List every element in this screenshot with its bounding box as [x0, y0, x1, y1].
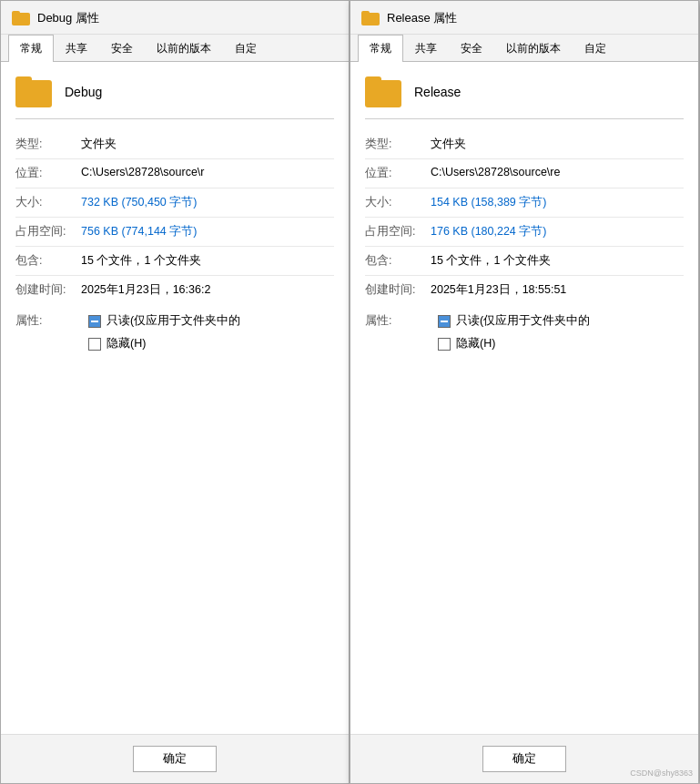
release-hidden-checkbox[interactable] — [438, 338, 451, 351]
release-disksize-label: 占用空间: — [365, 224, 431, 239]
release-size-row: 大小: 154 KB (158,389 字节) — [365, 188, 684, 218]
release-dialog: Release 属性 常规 共享 安全 以前的版本 自定 Release 类型:… — [350, 0, 699, 784]
release-dialog-title: Release 属性 — [387, 10, 457, 26]
debug-hidden-container[interactable]: 隐藏(H) — [88, 336, 146, 351]
debug-readonly-container[interactable]: 只读(仅应用于文件夹中的 — [88, 313, 240, 329]
release-body: Release 类型: 文件夹 位置: C:\Users\28728\sourc… — [350, 62, 698, 734]
release-readonly-container[interactable]: 只读(仅应用于文件夹中的 — [438, 313, 590, 329]
release-hidden-label: 隐藏(H) — [456, 336, 495, 351]
tab-previous-debug[interactable]: 以前的版本 — [145, 35, 223, 62]
release-size-value: 154 KB (158,389 字节) — [431, 195, 684, 210]
tab-security-debug[interactable]: 安全 — [99, 35, 145, 62]
release-type-row: 类型: 文件夹 — [365, 130, 684, 159]
release-created-value: 2025年1月23日，18:55:51 — [431, 282, 684, 298]
debug-type-row: 类型: 文件夹 — [15, 130, 334, 159]
tab-share-release[interactable]: 共享 — [403, 35, 449, 62]
debug-attr-label: 属性: — [15, 313, 81, 329]
release-contains-label: 包含: — [365, 253, 431, 269]
debug-created-label: 创建时间: — [15, 282, 81, 298]
release-contains-value: 15 个文件，1 个文件夹 — [431, 253, 684, 269]
debug-location-value: C:\Users\28728\source\r — [81, 166, 334, 178]
debug-size-value: 732 KB (750,450 字节) — [81, 195, 334, 210]
debug-location-label: 位置: — [15, 166, 81, 181]
release-footer: 确定 — [350, 734, 698, 783]
release-type-label: 类型: — [365, 137, 431, 152]
title-folder-icon — [12, 11, 30, 25]
release-disksize-row: 占用空间: 176 KB (180,224 字节) — [365, 218, 684, 247]
big-folder-icon-release — [365, 76, 401, 107]
debug-readonly-label: 只读(仅应用于文件夹中的 — [107, 313, 240, 329]
debug-hidden-checkbox[interactable] — [88, 338, 101, 351]
release-titlebar: Release 属性 — [350, 1, 698, 35]
release-created-row: 创建时间: 2025年1月23日，18:55:51 — [365, 276, 684, 304]
release-folder-header: Release — [365, 76, 684, 119]
debug-disksize-row: 占用空间: 756 KB (774,144 字节) — [15, 218, 334, 247]
debug-contains-row: 包含: 15 个文件，1 个文件夹 — [15, 247, 334, 276]
debug-tabs: 常规 共享 安全 以前的版本 自定 — [1, 35, 349, 62]
debug-location-row: 位置: C:\Users\28728\source\r — [15, 159, 334, 188]
debug-attributes-row: 属性: 只读(仅应用于文件夹中的 — [15, 313, 334, 329]
title-folder-icon-release — [361, 11, 380, 25]
release-attributes-section: 属性: 只读(仅应用于文件夹中的 隐藏(H) — [365, 304, 684, 351]
debug-disksize-label: 占用空间: — [15, 224, 81, 239]
release-created-label: 创建时间: — [365, 282, 431, 298]
debug-disksize-value: 756 KB (774,144 字节) — [81, 224, 334, 239]
debug-folder-header: Debug — [15, 76, 334, 119]
debug-dialog: Debug 属性 常规 共享 安全 以前的版本 自定 Debug 类型: 文件夹… — [0, 0, 350, 784]
release-hidden-container[interactable]: 隐藏(H) — [438, 336, 495, 351]
release-contains-row: 包含: 15 个文件，1 个文件夹 — [365, 247, 684, 276]
release-hidden-row: 隐藏(H) — [365, 336, 684, 351]
tab-security-release[interactable]: 安全 — [449, 35, 494, 62]
debug-ok-button[interactable]: 确定 — [133, 746, 217, 772]
debug-size-row: 大小: 732 KB (750,450 字节) — [15, 188, 334, 218]
release-folder-name: Release — [414, 85, 461, 99]
debug-body: Debug 类型: 文件夹 位置: C:\Users\28728\source\… — [1, 62, 349, 734]
debug-hidden-row: 隐藏(H) — [15, 336, 334, 351]
debug-type-value: 文件夹 — [81, 137, 334, 152]
debug-hidden-label: 隐藏(H) — [107, 336, 146, 351]
release-size-label: 大小: — [365, 195, 431, 210]
release-attributes-row: 属性: 只读(仅应用于文件夹中的 — [365, 313, 684, 329]
release-readonly-checkbox[interactable] — [438, 315, 451, 328]
release-readonly-label: 只读(仅应用于文件夹中的 — [456, 313, 590, 329]
debug-property-table: 类型: 文件夹 位置: C:\Users\28728\source\r 大小: … — [15, 130, 334, 304]
debug-attributes-section: 属性: 只读(仅应用于文件夹中的 隐藏(H) — [15, 304, 334, 351]
release-attr-label: 属性: — [365, 313, 431, 329]
debug-created-row: 创建时间: 2025年1月23日，16:36:2 — [15, 276, 334, 304]
debug-readonly-checkbox[interactable] — [88, 315, 101, 328]
tab-general-release[interactable]: 常规 — [358, 35, 403, 62]
debug-dialog-title: Debug 属性 — [37, 10, 99, 26]
big-folder-icon-debug — [15, 76, 52, 107]
tab-share-debug[interactable]: 共享 — [54, 35, 99, 62]
debug-footer: 确定 — [1, 734, 349, 783]
release-location-row: 位置: C:\Users\28728\source\re — [365, 159, 684, 188]
tab-previous-release[interactable]: 以前的版本 — [494, 35, 573, 62]
tab-general-debug[interactable]: 常规 — [8, 35, 54, 62]
debug-titlebar: Debug 属性 — [1, 1, 349, 35]
debug-contains-value: 15 个文件，1 个文件夹 — [81, 253, 334, 269]
debug-type-label: 类型: — [15, 137, 81, 152]
release-ok-button[interactable]: 确定 — [482, 746, 566, 772]
release-location-value: C:\Users\28728\source\re — [431, 166, 684, 178]
debug-size-label: 大小: — [15, 195, 81, 210]
debug-contains-label: 包含: — [15, 253, 81, 269]
release-disksize-value: 176 KB (180,224 字节) — [431, 224, 684, 239]
debug-folder-name: Debug — [65, 85, 102, 99]
tab-custom-debug[interactable]: 自定 — [223, 35, 269, 62]
release-tabs: 常规 共享 安全 以前的版本 自定 — [350, 35, 698, 62]
release-location-label: 位置: — [365, 166, 431, 181]
debug-created-value: 2025年1月23日，16:36:2 — [81, 282, 334, 298]
release-property-table: 类型: 文件夹 位置: C:\Users\28728\source\re 大小:… — [365, 130, 684, 304]
release-type-value: 文件夹 — [431, 137, 684, 152]
tab-custom-release[interactable]: 自定 — [573, 35, 618, 62]
